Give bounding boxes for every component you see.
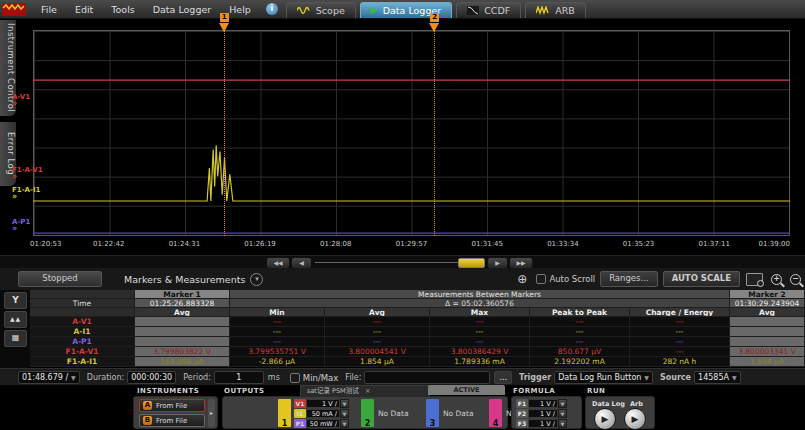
output4-color-bar[interactable]: 4	[489, 399, 502, 427]
chevron-down-icon[interactable]: ▼	[340, 419, 349, 428]
duration-label: Duration:	[87, 373, 124, 382]
formula-f3-row: F3 1 V / ▼	[516, 419, 567, 428]
channel-label-F1-A-I1: F1-A-I1»	[12, 187, 40, 200]
crosshair-cursor-icon[interactable]: ⊕	[517, 273, 527, 285]
minmax-checkbox[interactable]	[290, 373, 300, 383]
output1-color-bar[interactable]: 1	[278, 399, 291, 427]
v1-scale-value[interactable]: 1 V /	[306, 399, 340, 408]
chevron-down-icon[interactable]: ▼	[340, 399, 349, 408]
menu-bar: File Edit Tools Data Logger Help i Scope…	[0, 0, 805, 19]
scrollbar-thumb[interactable]	[458, 258, 485, 268]
arb-play-button[interactable]: ▶	[624, 408, 646, 430]
document-tab-label: sat记录 PSM测试	[307, 387, 359, 396]
measurement-cell: 1.854 µA	[325, 357, 430, 367]
x-axis-tick: 01:39:00	[759, 240, 790, 248]
auto-scroll-checkbox[interactable]	[536, 274, 546, 284]
elapsed-time-dropdown[interactable]: 01:48.679 / ▼	[18, 371, 80, 384]
measurement-cell: ---	[630, 347, 730, 357]
i1-scale-value[interactable]: 50 mA /	[306, 409, 340, 418]
marker-line-2[interactable]	[434, 30, 435, 236]
measurement-cell: ---	[325, 337, 430, 347]
tab-arb-label: ARB	[555, 5, 575, 16]
i1-chip: I1	[294, 409, 306, 418]
chevron-down-icon[interactable]: ▼	[558, 399, 567, 408]
marker-flag-1[interactable]: 1	[220, 13, 229, 22]
menu-tools[interactable]: Tools	[102, 1, 143, 18]
duration-value[interactable]: 000:00:30	[127, 371, 176, 384]
p1-scale-value[interactable]: 50 mW /	[306, 419, 340, 428]
output3-color-bar[interactable]: 3	[426, 399, 439, 427]
browse-button[interactable]: ...	[494, 371, 512, 384]
trigger-dropdown[interactable]: Data Log Run Button ▼	[554, 371, 653, 384]
measurement-cell: ---	[230, 337, 325, 347]
outputs-panel: 1 V1 1 V / ▼ I1 50 mA / ▼ P1 50 mW / ▼ 2…	[222, 396, 508, 429]
chart-workspace: Instrument Control Error Log 01:20:5301:…	[0, 18, 805, 255]
document-tab[interactable]: sat记录 PSM测试 ×	[300, 385, 430, 396]
zoom-region-icon[interactable]	[746, 273, 763, 286]
chevron-down-icon: ▼	[644, 372, 649, 383]
expand-instruments-icon[interactable]: ▸	[208, 399, 215, 427]
chevron-down-icon[interactable]: ▼	[558, 409, 567, 418]
chevron-down-icon[interactable]: ▼	[558, 419, 567, 428]
collapse-panel-icon[interactable]: ▾	[250, 273, 263, 286]
row-label: A-P1	[30, 337, 135, 347]
close-icon[interactable]: ×	[365, 387, 371, 396]
measurement-cell: 850.677 µV	[530, 347, 630, 357]
between-markers-header: Measurements Between Markers	[230, 290, 730, 299]
auto-scale-button[interactable]: AUTO SCALE	[663, 271, 740, 287]
measurement-cell: 3.800386429 V	[430, 347, 530, 357]
menu-file[interactable]: File	[32, 1, 66, 18]
tab-ccdf[interactable]: CCDF	[456, 2, 521, 18]
source-dropdown[interactable]: 14585A ▼	[694, 371, 741, 384]
f3-scale-value[interactable]: 1 V /	[528, 419, 558, 428]
formula-f2-row: F2 1 V / ▼	[516, 409, 567, 418]
measurement-toolbar: Stopped Markers & Measurements ▾ ⊕ Auto …	[0, 268, 805, 290]
brand-logo-icon	[2, 3, 26, 16]
period-unit: ms	[268, 373, 280, 382]
chevron-down-icon[interactable]: ▼	[340, 409, 349, 418]
tab-arb[interactable]: ARB	[525, 2, 586, 18]
measurement-cell	[730, 337, 805, 347]
header-spacer	[30, 290, 135, 299]
run-section-label: RUN	[587, 387, 605, 395]
period-input[interactable]	[214, 371, 264, 384]
waveform-traces	[33, 30, 790, 236]
tab-scope[interactable]: Scope	[286, 2, 356, 18]
measurement-cell	[135, 327, 230, 337]
f2-scale-value[interactable]: 1 V /	[528, 409, 558, 418]
zoom-out-icon[interactable]: −	[790, 274, 801, 285]
menu-data-logger[interactable]: Data Logger	[144, 1, 220, 18]
menu-edit[interactable]: Edit	[66, 1, 102, 18]
info-icon[interactable]: i	[266, 3, 278, 15]
source-label: Source	[660, 373, 691, 382]
channel-label-F1-A-V1: F1-A-V1»	[12, 167, 43, 180]
output2-no-data: No Data	[378, 409, 409, 418]
measurement-cell: 3.799535751 V	[230, 347, 325, 357]
marker-line-1[interactable]	[224, 30, 225, 236]
add-marker-icon[interactable]: ▲▲	[4, 311, 27, 328]
data-log-play-button[interactable]: ▶	[594, 408, 616, 430]
measurement-cell	[730, 327, 805, 337]
formula-section-label: FORMULA	[513, 387, 555, 395]
measurement-cell: 3.800003341 V	[730, 347, 805, 357]
grid-view-icon[interactable]: ▦	[4, 330, 27, 347]
bottom-panel: INSTRUMENTS OUTPUTS sat记录 PSM测试 × ACTIVE…	[0, 385, 805, 430]
instrument-a-button[interactable]: A From File	[139, 399, 205, 412]
zoom-in-icon[interactable]: +	[771, 274, 782, 285]
row-label: A-V1	[30, 317, 135, 327]
file-input[interactable]	[364, 371, 490, 384]
active-tab[interactable]: ACTIVE	[428, 385, 505, 395]
measurement-cell: ---	[430, 337, 530, 347]
marker-flag-2[interactable]: 2	[430, 13, 439, 22]
marker-arrow-1[interactable]	[219, 23, 229, 32]
status-badge: Stopped	[18, 271, 102, 287]
probe-tool-icon[interactable]: Y	[4, 292, 27, 309]
f1-scale-value[interactable]: 1 V /	[528, 399, 558, 408]
instrument-a-label: From File	[156, 402, 187, 410]
output2-color-bar[interactable]: 2	[361, 399, 374, 427]
instrument-b-button[interactable]: B From File	[139, 414, 205, 427]
marker-arrow-2[interactable]	[429, 23, 439, 32]
measurements-table: Marker 1 Measurements Between Markers Ma…	[30, 290, 805, 368]
ranges-button[interactable]: Ranges...	[600, 271, 657, 287]
max-header: Max	[430, 308, 530, 317]
